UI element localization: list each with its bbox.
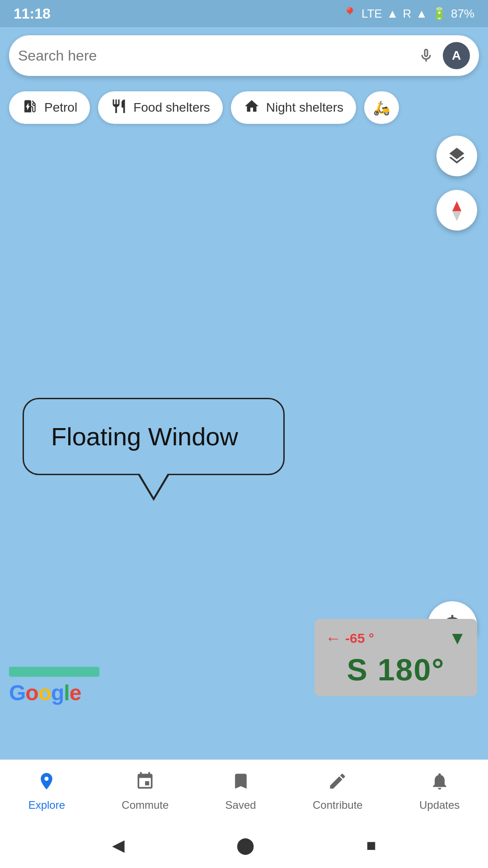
chip-night-shelters[interactable]: Night shelters <box>231 91 356 124</box>
battery-percent: 87% <box>451 7 474 21</box>
compass-top-row: ← -65 ° ▼ <box>325 628 466 648</box>
chip-more[interactable]: 🛵 <box>364 91 399 124</box>
floating-window-text: Floating Window <box>51 422 238 451</box>
search-input[interactable] <box>18 47 415 64</box>
signal-bars-2: ▲ <box>416 7 427 21</box>
google-logo: Google <box>9 680 99 705</box>
signal-strength: LTE <box>361 7 382 21</box>
avatar[interactable]: A <box>443 42 470 69</box>
petrol-label: Petrol <box>44 100 77 115</box>
back-button[interactable]: ◀ <box>112 836 125 855</box>
chip-food-shelters[interactable]: Food shelters <box>98 91 223 124</box>
petrol-icon <box>22 98 38 118</box>
android-nav: ◀ ⬤ ■ <box>0 823 488 868</box>
home-button[interactable]: ⬤ <box>236 836 254 855</box>
nav-item-commute[interactable]: Commute <box>122 771 169 811</box>
compass-left: ← -65 ° <box>325 629 374 648</box>
status-bar: 11:18 📍 LTE ▲ R ▲ 🔋 87% <box>0 0 488 27</box>
battery-icon: 🔋 <box>432 7 446 21</box>
nav-item-updates[interactable]: Updates <box>419 771 460 811</box>
contribute-label: Contribute <box>313 799 363 811</box>
saved-label: Saved <box>225 799 256 811</box>
night-shelters-label: Night shelters <box>266 100 343 115</box>
compass-right-arrow: ▼ <box>448 628 466 648</box>
search-bar-container: A <box>9 35 479 76</box>
compass-direction: S 180° <box>347 652 445 687</box>
green-bar <box>9 667 99 677</box>
roaming-icon: R <box>403 7 411 21</box>
layer-button[interactable] <box>436 136 477 176</box>
microphone-icon[interactable] <box>415 44 437 67</box>
status-time: 11:18 <box>14 5 51 22</box>
compass-button[interactable] <box>436 190 477 231</box>
updates-label: Updates <box>419 799 460 811</box>
saved-icon <box>231 771 251 795</box>
food-shelters-label: Food shelters <box>133 100 210 115</box>
updates-icon <box>430 771 450 795</box>
commute-label: Commute <box>122 799 169 811</box>
compass-needle <box>448 201 466 219</box>
nav-item-contribute[interactable]: Contribute <box>313 771 363 811</box>
map-area[interactable]: A Petrol Food shelters <box>0 27 488 868</box>
explore-label: Explore <box>28 799 65 811</box>
status-icons: 📍 LTE ▲ R ▲ 🔋 87% <box>343 7 474 21</box>
contribute-icon <box>328 771 347 795</box>
google-logo-area: Google <box>9 667 99 705</box>
floating-window[interactable]: Floating Window <box>23 398 285 475</box>
night-shelters-icon <box>244 98 260 118</box>
chips-container: Petrol Food shelters Night shelters 🛵 <box>0 84 488 131</box>
chip-petrol[interactable]: Petrol <box>9 91 90 124</box>
location-icon: 📍 <box>343 7 357 21</box>
recents-button[interactable]: ■ <box>366 836 376 855</box>
compass-left-arrow: ← <box>325 629 342 648</box>
bottom-nav: Explore Commute Saved C <box>0 760 488 823</box>
more-icon: 🛵 <box>373 100 390 116</box>
nav-item-explore[interactable]: Explore <box>28 771 65 811</box>
food-shelters-icon <box>111 98 127 118</box>
compass-overlay: ← -65 ° ▼ S 180° <box>314 619 477 696</box>
explore-icon <box>37 771 56 795</box>
nav-item-saved[interactable]: Saved <box>225 771 256 811</box>
signal-bars: ▲ <box>387 7 399 21</box>
compass-left-degrees: -65 ° <box>345 631 374 646</box>
commute-icon <box>135 771 155 795</box>
